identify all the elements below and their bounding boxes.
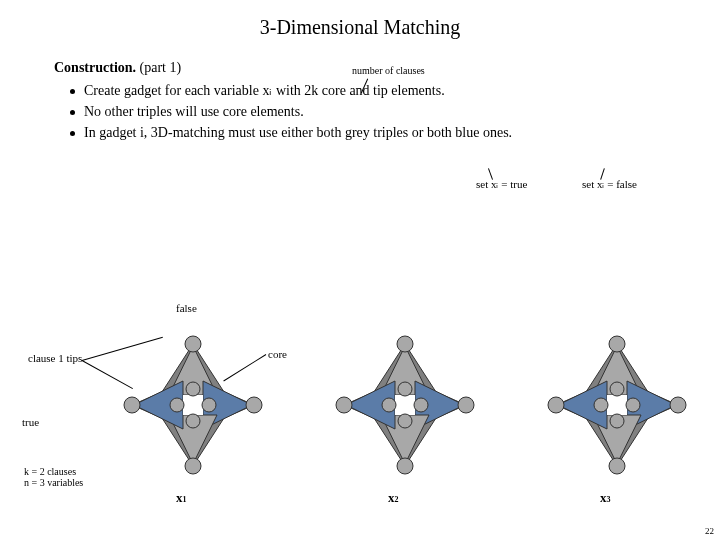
svg-point-10 xyxy=(185,336,201,352)
page-title: 3-Dimensional Matching xyxy=(0,0,720,39)
label-false: false xyxy=(176,302,197,314)
svg-point-22 xyxy=(398,414,412,428)
label-clause1-tips: clause 1 tips xyxy=(28,352,82,364)
gadget-x3 xyxy=(542,330,692,480)
svg-point-37 xyxy=(594,398,608,412)
svg-rect-33 xyxy=(607,395,627,415)
svg-point-8 xyxy=(186,414,200,428)
ann-set-false: set xᵢ = false xyxy=(582,178,637,191)
svg-point-9 xyxy=(170,398,184,412)
svg-point-24 xyxy=(397,336,413,352)
svg-point-6 xyxy=(186,382,200,396)
svg-point-40 xyxy=(609,458,625,474)
svg-point-21 xyxy=(414,398,428,412)
label-kn: k = 2 clauses n = 3 variables xyxy=(24,466,83,488)
svg-point-25 xyxy=(458,397,474,413)
bullet-list: Create gadget for each variable xᵢ with … xyxy=(66,82,686,143)
bullet-3: In gadget i, 3D-matching must use either… xyxy=(66,124,686,143)
bullet-2: No other triples will use core elements. xyxy=(66,103,686,122)
svg-point-38 xyxy=(609,336,625,352)
svg-point-41 xyxy=(548,397,564,413)
svg-point-13 xyxy=(124,397,140,413)
gadget-label-3: x3 xyxy=(600,490,611,506)
gadget-label-2: x2 xyxy=(388,490,399,506)
gadget-row: false clause 1 tips core true k = 2 clau… xyxy=(0,300,720,510)
svg-point-11 xyxy=(246,397,262,413)
svg-point-27 xyxy=(336,397,352,413)
label-true: true xyxy=(22,416,39,428)
lead-word: Construction. xyxy=(54,60,136,75)
svg-point-7 xyxy=(202,398,216,412)
ann-number-of-clauses: number of clauses xyxy=(352,65,425,76)
gadget-x2 xyxy=(330,330,480,480)
label-core: core xyxy=(268,348,287,360)
ann-set-true: set xᵢ = true xyxy=(476,178,527,191)
gadget-x1 xyxy=(118,330,268,480)
content-block: Construction. (part 1) Create gadget for… xyxy=(0,39,720,143)
page-number: 22 xyxy=(705,526,714,536)
svg-point-36 xyxy=(610,414,624,428)
lead-tail: (part 1) xyxy=(136,60,181,75)
svg-rect-19 xyxy=(395,395,415,415)
svg-point-20 xyxy=(398,382,412,396)
svg-point-34 xyxy=(610,382,624,396)
gadget-label-1: x1 xyxy=(176,490,187,506)
svg-point-39 xyxy=(670,397,686,413)
bullet-1: Create gadget for each variable xᵢ with … xyxy=(66,82,686,101)
svg-point-35 xyxy=(626,398,640,412)
svg-point-12 xyxy=(185,458,201,474)
svg-point-26 xyxy=(397,458,413,474)
svg-point-23 xyxy=(382,398,396,412)
svg-rect-5 xyxy=(183,395,203,415)
